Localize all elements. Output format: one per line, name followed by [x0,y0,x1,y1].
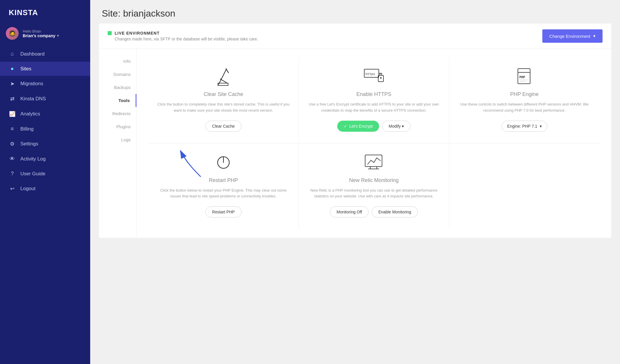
inner-sidebar: Info Domains Backups Tools Redirects Plu… [99,49,137,238]
tool-actions: Clear Cache [205,121,241,132]
sidebar-item-label: Activity Log [20,156,46,162]
content-area: LIVE ENVIRONMENT Changes made here, via … [99,24,611,238]
inner-nav-info[interactable]: Info [99,55,136,68]
sidebar-item-label: Billing [20,126,33,132]
new-relic-icon [364,152,384,173]
svg-text:https: https [365,72,375,76]
inner-nav-backups[interactable]: Backups [99,81,136,94]
logout-icon: ↩ [9,185,16,192]
user-company[interactable]: Brian's company ▾ [23,33,84,38]
svg-text:PHP: PHP [519,75,525,79]
tool-desc: Use a free Let's Encrypt certificate to … [308,101,440,114]
tool-desc: Click the button below to restart your P… [157,188,290,200]
user-greeting: Hello Brian [23,29,84,33]
guide-icon: ? [9,171,16,177]
sidebar-item-kinsta-dns[interactable]: ⇄ Kinsta DNS [0,92,90,106]
enable-https-icon: https [364,66,384,87]
analytics-icon: 📈 [9,111,16,117]
live-banner-left: LIVE ENVIRONMENT Changes made here, via … [108,31,258,41]
logo: KINSTA [0,0,90,24]
sidebar-item-label: Dashboard [20,51,45,57]
live-label: LIVE ENVIRONMENT [108,31,258,35]
dns-icon: ⇄ [9,96,16,102]
tool-actions: Restart PHP [205,206,241,217]
sidebar-item-label: Analytics [20,111,40,117]
tool-card-restart-php: Restart PHP Click the button below to re… [148,144,299,229]
tool-title: Enable HTTPS [356,91,391,97]
chevron-down-icon: ▾ [57,34,59,38]
inner-nav-domains[interactable]: Domains [99,68,136,81]
sidebar-item-user-guide[interactable]: ? User Guide [0,167,90,181]
live-indicator [108,31,112,35]
tool-card-enable-https: https Enable HTTPS Use a free Let's Encr… [299,58,449,144]
svg-line-2 [226,69,229,73]
lets-encrypt-button[interactable]: ✓ Let's Encrypt [337,121,379,132]
tools-grid: Clear Site Cache Click the button to com… [148,58,600,229]
tool-actions: Engine: PHP 7.1 ▾ [502,121,547,132]
user-details: Hello Brian Brian's company ▾ [23,29,84,38]
sidebar-item-label: Sites [20,66,31,72]
tool-actions: ✓ Let's Encrypt Modify ▾ [337,121,411,132]
inner-nav-plugins[interactable]: Plugins [99,120,136,133]
home-icon: ⌂ [9,51,16,57]
clear-cache-button[interactable]: Clear Cache [205,121,241,132]
sidebar-item-logout[interactable]: ↩ Logout [0,181,90,196]
sidebar: KINSTA 🧔 Hello Brian Brian's company ▾ ⌂… [0,0,90,364]
sidebar-item-settings[interactable]: ⚙ Settings [0,137,90,151]
user-info: 🧔 Hello Brian Brian's company ▾ [0,24,90,47]
tool-title: Clear Site Cache [204,91,243,97]
sidebar-item-label: Migrations [20,81,43,87]
chevron-down-icon: ▾ [540,124,542,129]
live-description: Changes made here, via SFTP or the datab… [115,37,258,41]
settings-icon: ⚙ [9,141,16,147]
tool-title: PHP Engine [510,91,539,97]
svg-line-1 [220,79,227,83]
sidebar-item-label: Settings [20,141,38,147]
sidebar-item-dashboard[interactable]: ⌂ Dashboard [0,47,90,61]
sidebar-item-activity-log[interactable]: 👁 Activity Log [0,152,90,166]
monitoring-off-button[interactable]: Monitoring Off [330,206,369,217]
tool-card-new-relic: New Relic Monitoring New Relic is a PHP … [299,144,449,229]
sites-icon: ● [9,66,16,72]
svg-rect-17 [365,155,382,167]
live-banner: LIVE ENVIRONMENT Changes made here, via … [99,24,611,49]
tool-desc: New Relic is a PHP monitoring tool you c… [308,188,440,200]
svg-point-9 [380,77,382,79]
billing-icon: ≡ [9,126,16,132]
chevron-down-icon: ▾ [593,33,596,39]
sidebar-item-migrations[interactable]: ➤ Migrations [0,76,90,91]
sidebar-item-sites[interactable]: ● Sites [0,62,90,76]
modify-button[interactable]: Modify ▾ [382,121,411,132]
enable-monitoring-button[interactable]: Enable Monitoring [372,206,418,217]
tool-actions: Monitoring Off Enable Monitoring [330,206,418,217]
inner-nav-tools[interactable]: Tools [99,94,136,107]
main-content: Site: brianjackson LIVE ENVIRONMENT Chan… [90,0,620,364]
inner-nav-logs[interactable]: Logs [99,133,136,146]
sidebar-item-label: Kinsta DNS [20,96,46,102]
page-title: Site: brianjackson [90,0,620,24]
activity-icon: 👁 [9,156,16,162]
clear-cache-icon [213,66,234,87]
php-engine-icon: PHP [514,66,535,87]
change-environment-button[interactable]: Change Environment ▾ [542,29,603,43]
php-engine-select[interactable]: Engine: PHP 7.1 ▾ [502,121,547,132]
tool-title: Restart PHP [209,177,238,183]
avatar-image: 🧔 [6,27,19,40]
main-nav: ⌂ Dashboard ● Sites ➤ Migrations ⇄ Kinst… [0,47,90,202]
restart-php-icon [213,152,234,173]
tool-desc: Click the button to completely clear thi… [157,101,290,114]
sidebar-item-analytics[interactable]: 📈 Analytics [0,107,90,121]
tool-card-php-engine: PHP PHP Engine Use these controls to swi… [449,58,600,144]
migrations-icon: ➤ [9,81,16,87]
sidebar-item-billing[interactable]: ≡ Billing [0,122,90,136]
tool-desc: Use these controls to switch between dif… [458,101,591,114]
tool-title: New Relic Monitoring [349,177,399,183]
tools-content: Clear Site Cache Click the button to com… [137,49,611,238]
inner-nav-redirects[interactable]: Redirects [99,107,136,120]
tool-card-clear-cache: Clear Site Cache Click the button to com… [148,58,299,144]
sidebar-item-label: Logout [20,186,35,192]
sidebar-item-label: User Guide [20,171,45,177]
avatar: 🧔 [6,27,19,40]
restart-php-button[interactable]: Restart PHP [205,206,241,217]
inner-layout: Info Domains Backups Tools Redirects Plu… [99,49,611,238]
